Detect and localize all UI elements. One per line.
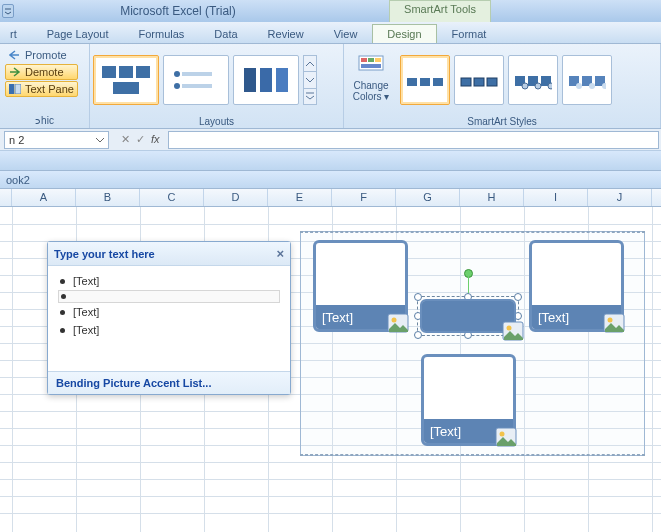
svg-point-29 xyxy=(548,83,552,89)
text-pane-footer[interactable]: Bending Picture Accent List... xyxy=(48,371,290,394)
col-G[interactable]: G xyxy=(396,189,460,206)
text-pane-icon xyxy=(9,84,21,94)
svg-point-31 xyxy=(576,83,582,89)
tab-review[interactable]: Review xyxy=(253,24,319,43)
svg-point-25 xyxy=(522,83,528,89)
svg-rect-5 xyxy=(113,82,139,94)
gallery-down-icon[interactable] xyxy=(303,72,317,88)
text-pane-item[interactable]: [Text] xyxy=(58,272,280,290)
col-F[interactable]: F xyxy=(332,189,396,206)
change-colors-button[interactable]: Change Colors ▾ xyxy=(347,47,395,107)
change-colors-label: Change Colors ▾ xyxy=(348,80,394,102)
style-option-4[interactable] xyxy=(562,55,612,105)
svg-rect-9 xyxy=(182,84,212,88)
picture-placeholder-icon xyxy=(603,313,625,333)
col-D[interactable]: D xyxy=(204,189,268,206)
tab-view[interactable]: View xyxy=(319,24,373,43)
col-H[interactable]: H xyxy=(460,189,524,206)
workbook-titlebar: ook2 xyxy=(0,171,661,189)
svg-point-41 xyxy=(608,318,613,323)
layout-option-2[interactable] xyxy=(163,55,229,105)
col-I[interactable]: I xyxy=(524,189,588,206)
svg-rect-0 xyxy=(9,84,14,94)
text-pane-item[interactable]: [Text] xyxy=(58,321,280,339)
resize-handle[interactable] xyxy=(514,293,522,301)
styles-gallery xyxy=(400,47,612,113)
picture-placeholder-icon xyxy=(387,313,409,333)
column-headers: A B C D E F G H I J xyxy=(0,189,661,207)
text-pane-header: Type your text here × xyxy=(48,242,290,266)
tab-format[interactable]: Format xyxy=(437,24,502,43)
fx-icon[interactable]: fx xyxy=(151,133,160,146)
style-option-3[interactable] xyxy=(508,55,558,105)
title-bar: Microsoft Excel (Trial) SmartArt Tools xyxy=(0,0,661,22)
app-title: Microsoft Excel (Trial) xyxy=(0,4,356,18)
smartart-shape-selection[interactable] xyxy=(417,296,519,336)
tab-page-layout[interactable]: Page Layout xyxy=(32,24,124,43)
svg-point-6 xyxy=(174,71,180,77)
tab-insert[interactable]: rt xyxy=(0,24,32,43)
text-pane-label: Text Pane xyxy=(25,83,74,95)
text-pane-title: Type your text here xyxy=(54,248,155,260)
resize-handle[interactable] xyxy=(414,331,422,339)
bullet-icon xyxy=(60,279,65,284)
col-J[interactable]: J xyxy=(588,189,652,206)
text-pane-item[interactable]: [Text] xyxy=(58,303,280,321)
contextual-tab-title: SmartArt Tools xyxy=(389,0,491,22)
name-box-value: n 2 xyxy=(9,134,24,146)
svg-point-8 xyxy=(174,83,180,89)
svg-rect-15 xyxy=(368,58,374,62)
gallery-more-icon[interactable] xyxy=(303,89,317,105)
group-create-graphic: Promote Demote Text Pane ɔhic xyxy=(0,44,90,128)
demote-label: Demote xyxy=(25,66,64,78)
smartart-shape-3[interactable]: [Text] xyxy=(529,240,624,332)
close-icon[interactable]: × xyxy=(276,246,284,261)
gallery-up-icon[interactable] xyxy=(303,55,317,72)
svg-rect-10 xyxy=(244,68,256,92)
tab-formulas[interactable]: Formulas xyxy=(124,24,200,43)
text-pane-item-label: [Text] xyxy=(73,324,99,336)
style-option-2[interactable] xyxy=(454,55,504,105)
layout-option-3[interactable] xyxy=(233,55,299,105)
smartart-canvas[interactable]: [Text] [Text] [Text] xyxy=(300,231,645,456)
promote-button[interactable]: Promote xyxy=(5,47,78,63)
smartart-shape-4[interactable]: [Text] xyxy=(421,354,516,446)
col-A[interactable]: A xyxy=(12,189,76,206)
text-pane-button[interactable]: Text Pane xyxy=(5,81,78,97)
picture-placeholder-icon xyxy=(502,321,524,341)
tab-data[interactable]: Data xyxy=(199,24,252,43)
formula-bar-input[interactable] xyxy=(168,131,659,149)
ribbon-tabs: rt Page Layout Formulas Data Review View… xyxy=(0,22,661,44)
layouts-gallery xyxy=(93,47,317,113)
ribbon: Promote Demote Text Pane ɔhic xyxy=(0,44,661,129)
col-E[interactable]: E xyxy=(268,189,332,206)
style-option-1[interactable] xyxy=(400,55,450,105)
worksheet: A B C D E F G H I J Type your text here … xyxy=(0,189,661,532)
select-all-corner[interactable] xyxy=(0,189,12,206)
smartart-shape-1[interactable]: [Text] xyxy=(313,240,408,332)
demote-button[interactable]: Demote xyxy=(5,64,78,80)
svg-rect-4 xyxy=(136,66,150,78)
smartart-text-pane[interactable]: Type your text here × [Text] [Text] [Tex… xyxy=(47,241,291,395)
svg-rect-14 xyxy=(361,58,367,62)
col-C[interactable]: C xyxy=(140,189,204,206)
svg-rect-18 xyxy=(407,78,417,86)
enter-icon[interactable]: ✓ xyxy=(136,133,145,146)
bullet-icon xyxy=(60,310,65,315)
svg-rect-21 xyxy=(461,78,471,86)
name-box[interactable]: n 2 xyxy=(4,131,109,149)
shape-fill xyxy=(422,301,514,331)
svg-point-27 xyxy=(535,83,541,89)
layout-option-1[interactable] xyxy=(93,55,159,105)
svg-rect-16 xyxy=(375,58,381,62)
promote-label: Promote xyxy=(25,49,67,61)
group-label-graphic: ɔhic xyxy=(0,115,89,128)
col-B[interactable]: B xyxy=(76,189,140,206)
name-formula-bar: n 2 ✕ ✓ fx xyxy=(0,129,661,151)
svg-rect-1 xyxy=(15,84,21,94)
text-pane-item-selected[interactable] xyxy=(58,290,280,303)
group-label-layouts: Layouts xyxy=(90,116,343,129)
workbook-name: ook2 xyxy=(6,174,30,186)
tab-design[interactable]: Design xyxy=(372,24,436,44)
cancel-icon[interactable]: ✕ xyxy=(121,133,130,146)
